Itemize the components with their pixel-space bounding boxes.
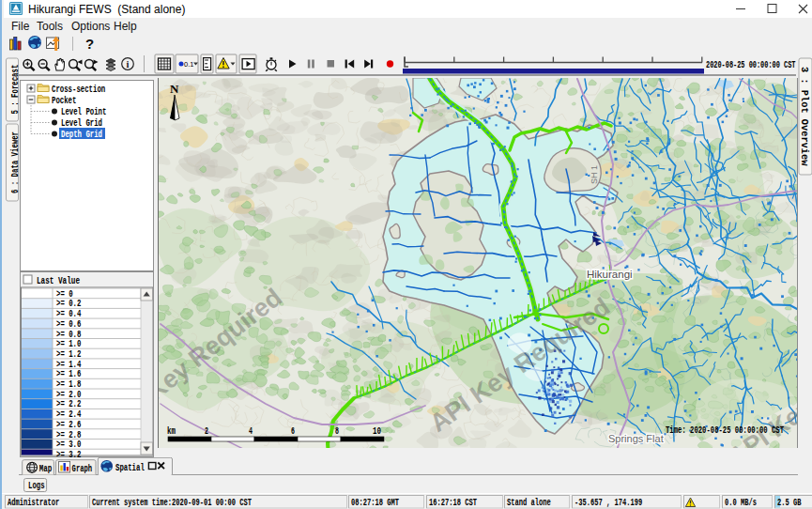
svg-text:Level Grid: Level Grid	[61, 117, 102, 129]
svg-text:km: km	[167, 426, 176, 437]
svg-text:0.1: 0.1	[184, 60, 193, 69]
svg-text:2: 2	[205, 426, 208, 437]
svg-text:?: ?	[85, 36, 94, 52]
svg-text:SH 1: SH 1	[590, 165, 599, 184]
svg-text:16:27:18 CST: 16:27:18 CST	[429, 497, 477, 508]
svg-text:Time: 2020-08-25 00:00:00 CST: Time: 2020-08-25 00:00:00 CST	[666, 424, 784, 436]
svg-text:Graph: Graph	[72, 463, 93, 474]
svg-text:2.5 GB: 2.5 GB	[777, 497, 802, 508]
svg-text:Logs: Logs	[28, 480, 45, 491]
svg-text:2020-08-25 00:00:00 CST: 2020-08-25 00:00:00 CST	[706, 59, 796, 70]
svg-text:10: 10	[373, 426, 381, 437]
svg-text:0.0 MB/s: 0.0 MB/s	[725, 497, 757, 508]
svg-text:Spatial: Spatial	[115, 462, 145, 473]
svg-text:5 : Forecast: 5 : Forecast	[10, 65, 19, 115]
svg-text:Current system time:2020-09-01: Current system time:2020-09-01 00:00 CST	[92, 497, 252, 508]
svg-text:4: 4	[249, 426, 253, 437]
svg-text:-35.657 , 174.199: -35.657 , 174.199	[575, 497, 642, 508]
svg-text:i: i	[127, 59, 130, 69]
svg-text:>= 3.2: >= 3.2	[56, 449, 81, 457]
svg-text:Pocket: Pocket	[52, 95, 76, 106]
svg-text:Springs Flat: Springs Flat	[608, 433, 664, 444]
svg-text:6: 6	[291, 426, 295, 437]
svg-text:6 : Data Viewer: 6 : Data Viewer	[10, 131, 19, 193]
svg-text:Map: Map	[39, 463, 53, 474]
svg-text:Stand alone: Stand alone	[507, 497, 551, 508]
svg-text:Level Point: Level Point	[61, 106, 106, 117]
svg-text:Depth Grid: Depth Grid	[61, 129, 102, 140]
svg-text:8: 8	[335, 426, 339, 437]
svg-text:3 : Plot Overview: 3 : Plot Overview	[799, 67, 809, 165]
svg-text:Administrator: Administrator	[8, 497, 59, 508]
svg-text:N: N	[170, 82, 179, 96]
svg-text:Cross-section: Cross-section	[52, 84, 105, 95]
svg-text:Hikurangi: Hikurangi	[587, 269, 633, 280]
svg-text:Last Value: Last Value	[37, 275, 80, 286]
svg-text:08:27:18 GMT: 08:27:18 GMT	[351, 497, 399, 508]
